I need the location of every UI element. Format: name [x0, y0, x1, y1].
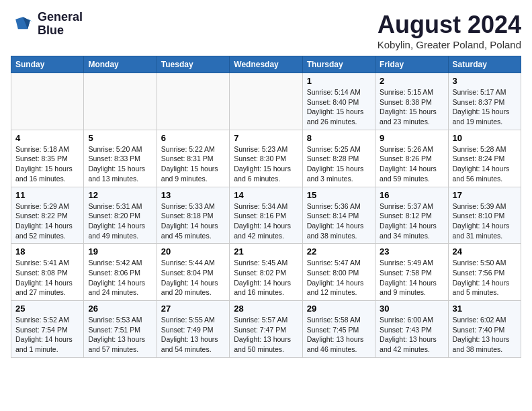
- day-info: Sunrise: 5:50 AMSunset: 7:56 PMDaylight:…: [453, 258, 517, 298]
- day-number: 4: [15, 133, 79, 143]
- day-number: 8: [307, 133, 371, 143]
- day-cell: 7Sunrise: 5:23 AMSunset: 8:30 PMDaylight…: [230, 130, 302, 187]
- day-number: 3: [453, 76, 517, 86]
- col-header-monday: Monday: [84, 56, 157, 73]
- day-cell: 2Sunrise: 5:15 AMSunset: 8:38 PMDaylight…: [375, 73, 448, 130]
- day-info: Sunrise: 5:39 AMSunset: 8:10 PMDaylight:…: [453, 201, 517, 241]
- day-number: 6: [161, 133, 225, 143]
- day-cell: 10Sunrise: 5:28 AMSunset: 8:24 PMDayligh…: [448, 130, 521, 187]
- day-cell: 9Sunrise: 5:26 AMSunset: 8:26 PMDaylight…: [375, 130, 448, 187]
- day-info: Sunrise: 5:37 AMSunset: 8:12 PMDaylight:…: [380, 201, 443, 241]
- day-info: Sunrise: 5:34 AMSunset: 8:16 PMDaylight:…: [234, 201, 298, 241]
- day-number: 31: [453, 304, 517, 314]
- day-cell: [157, 73, 229, 130]
- day-number: 18: [15, 246, 79, 257]
- day-cell: 1Sunrise: 5:14 AMSunset: 8:40 PMDaylight…: [302, 73, 375, 130]
- day-info: Sunrise: 5:49 AMSunset: 7:58 PMDaylight:…: [380, 258, 443, 298]
- day-cell: 19Sunrise: 5:42 AMSunset: 8:06 PMDayligh…: [84, 244, 157, 301]
- col-header-wednesday: Wednesday: [230, 56, 302, 73]
- day-number: 9: [380, 133, 443, 143]
- month-title: August 2024: [378, 11, 521, 39]
- day-info: Sunrise: 5:28 AMSunset: 8:24 PMDaylight:…: [453, 144, 517, 184]
- title-block: August 2024 Kobylin, Greater Poland, Pol…: [378, 11, 521, 50]
- header-row: SundayMondayTuesdayWednesdayThursdayFrid…: [11, 56, 521, 73]
- col-header-sunday: Sunday: [11, 56, 84, 73]
- day-cell: 16Sunrise: 5:37 AMSunset: 8:12 PMDayligh…: [375, 187, 448, 244]
- day-info: Sunrise: 5:20 AMSunset: 8:33 PMDaylight:…: [88, 144, 152, 184]
- day-cell: 25Sunrise: 5:52 AMSunset: 7:54 PMDayligh…: [11, 301, 84, 358]
- week-row-1: 1Sunrise: 5:14 AMSunset: 8:40 PMDaylight…: [11, 73, 521, 130]
- calendar-table: SundayMondayTuesdayWednesdayThursdayFrid…: [11, 56, 521, 358]
- day-number: 25: [15, 304, 79, 314]
- day-info: Sunrise: 5:47 AMSunset: 8:00 PMDaylight:…: [307, 258, 371, 298]
- week-row-2: 4Sunrise: 5:18 AMSunset: 8:35 PMDaylight…: [11, 130, 521, 187]
- day-cell: [84, 73, 157, 130]
- day-cell: 4Sunrise: 5:18 AMSunset: 8:35 PMDaylight…: [11, 130, 84, 187]
- day-info: Sunrise: 5:29 AMSunset: 8:22 PMDaylight:…: [15, 201, 79, 241]
- day-cell: 3Sunrise: 5:17 AMSunset: 8:37 PMDaylight…: [448, 73, 521, 130]
- day-cell: 14Sunrise: 5:34 AMSunset: 8:16 PMDayligh…: [230, 187, 302, 244]
- day-info: Sunrise: 5:18 AMSunset: 8:35 PMDaylight:…: [15, 144, 79, 184]
- day-cell: 24Sunrise: 5:50 AMSunset: 7:56 PMDayligh…: [448, 244, 521, 301]
- day-number: 28: [234, 304, 298, 314]
- col-header-tuesday: Tuesday: [157, 56, 229, 73]
- day-info: Sunrise: 5:55 AMSunset: 7:49 PMDaylight:…: [161, 315, 225, 355]
- day-cell: 12Sunrise: 5:31 AMSunset: 8:20 PMDayligh…: [84, 187, 157, 244]
- day-info: Sunrise: 5:41 AMSunset: 8:08 PMDaylight:…: [15, 258, 79, 298]
- week-row-5: 25Sunrise: 5:52 AMSunset: 7:54 PMDayligh…: [11, 301, 521, 358]
- col-header-saturday: Saturday: [448, 56, 521, 73]
- day-cell: 15Sunrise: 5:36 AMSunset: 8:14 PMDayligh…: [302, 187, 375, 244]
- day-cell: 29Sunrise: 5:58 AMSunset: 7:45 PMDayligh…: [302, 301, 375, 358]
- day-info: Sunrise: 5:42 AMSunset: 8:06 PMDaylight:…: [88, 258, 152, 298]
- day-cell: 18Sunrise: 5:41 AMSunset: 8:08 PMDayligh…: [11, 244, 84, 301]
- day-cell: 8Sunrise: 5:25 AMSunset: 8:28 PMDaylight…: [302, 130, 375, 187]
- day-info: Sunrise: 5:17 AMSunset: 8:37 PMDaylight:…: [453, 87, 517, 127]
- day-info: Sunrise: 5:23 AMSunset: 8:30 PMDaylight:…: [234, 144, 298, 184]
- col-header-friday: Friday: [375, 56, 448, 73]
- day-number: 29: [307, 304, 371, 314]
- day-cell: 30Sunrise: 6:00 AMSunset: 7:43 PMDayligh…: [375, 301, 448, 358]
- day-info: Sunrise: 6:02 AMSunset: 7:40 PMDaylight:…: [453, 315, 517, 355]
- day-number: 21: [234, 246, 298, 257]
- day-info: Sunrise: 5:14 AMSunset: 8:40 PMDaylight:…: [307, 87, 371, 127]
- day-info: Sunrise: 5:26 AMSunset: 8:26 PMDaylight:…: [380, 144, 443, 184]
- day-number: 17: [453, 190, 517, 200]
- day-cell: 26Sunrise: 5:53 AMSunset: 7:51 PMDayligh…: [84, 301, 157, 358]
- day-number: 24: [453, 246, 517, 257]
- day-number: 10: [453, 133, 517, 143]
- day-info: Sunrise: 5:53 AMSunset: 7:51 PMDaylight:…: [88, 315, 152, 355]
- day-cell: 21Sunrise: 5:45 AMSunset: 8:02 PMDayligh…: [230, 244, 302, 301]
- day-cell: 13Sunrise: 5:33 AMSunset: 8:18 PMDayligh…: [157, 187, 229, 244]
- day-number: 22: [307, 246, 371, 257]
- day-cell: 23Sunrise: 5:49 AMSunset: 7:58 PMDayligh…: [375, 244, 448, 301]
- col-header-thursday: Thursday: [302, 56, 375, 73]
- day-cell: 31Sunrise: 6:02 AMSunset: 7:40 PMDayligh…: [448, 301, 521, 358]
- week-row-3: 11Sunrise: 5:29 AMSunset: 8:22 PMDayligh…: [11, 187, 521, 244]
- day-cell: 17Sunrise: 5:39 AMSunset: 8:10 PMDayligh…: [448, 187, 521, 244]
- day-number: 13: [161, 190, 225, 200]
- day-number: 12: [88, 190, 152, 200]
- day-number: 15: [307, 190, 371, 200]
- day-info: Sunrise: 5:57 AMSunset: 7:47 PMDaylight:…: [234, 315, 298, 355]
- day-cell: 5Sunrise: 5:20 AMSunset: 8:33 PMDaylight…: [84, 130, 157, 187]
- day-info: Sunrise: 5:58 AMSunset: 7:45 PMDaylight:…: [307, 315, 371, 355]
- day-cell: 28Sunrise: 5:57 AMSunset: 7:47 PMDayligh…: [230, 301, 302, 358]
- logo-text: General Blue: [38, 11, 83, 38]
- day-number: 14: [234, 190, 298, 200]
- day-info: Sunrise: 5:44 AMSunset: 8:04 PMDaylight:…: [161, 258, 225, 298]
- day-number: 11: [15, 190, 79, 200]
- day-info: Sunrise: 5:22 AMSunset: 8:31 PMDaylight:…: [161, 144, 225, 184]
- day-cell: 27Sunrise: 5:55 AMSunset: 7:49 PMDayligh…: [157, 301, 229, 358]
- day-number: 27: [161, 304, 225, 314]
- day-number: 7: [234, 133, 298, 143]
- day-number: 26: [88, 304, 152, 314]
- day-cell: [11, 73, 84, 130]
- day-info: Sunrise: 5:31 AMSunset: 8:20 PMDaylight:…: [88, 201, 152, 241]
- location: Kobylin, Greater Poland, Poland: [378, 39, 521, 50]
- day-number: 20: [161, 246, 225, 257]
- day-info: Sunrise: 5:25 AMSunset: 8:28 PMDaylight:…: [307, 144, 371, 184]
- day-cell: [230, 73, 302, 130]
- day-info: Sunrise: 5:33 AMSunset: 8:18 PMDaylight:…: [161, 201, 225, 241]
- day-number: 2: [380, 76, 443, 86]
- day-info: Sunrise: 6:00 AMSunset: 7:43 PMDaylight:…: [380, 315, 443, 355]
